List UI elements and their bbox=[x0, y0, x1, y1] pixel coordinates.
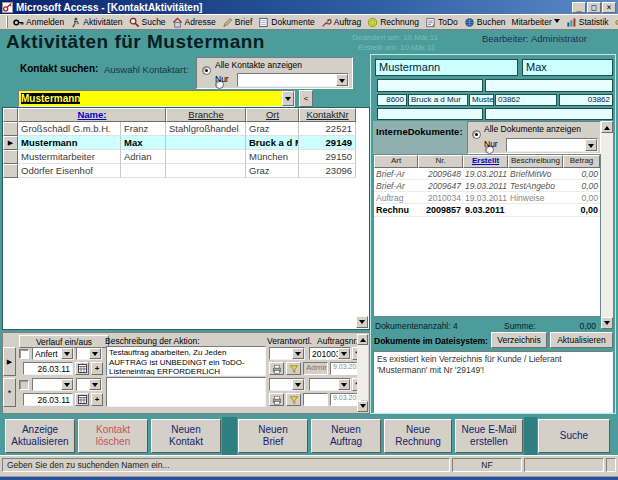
dokumentart-combo[interactable] bbox=[506, 138, 598, 152]
extra-field-1[interactable] bbox=[377, 79, 483, 92]
filter-button[interactable] bbox=[286, 362, 301, 375]
doc-col-art[interactable]: Art bbox=[374, 155, 418, 168]
print-button[interactable] bbox=[269, 393, 284, 406]
plz-field[interactable]: 8600 bbox=[377, 94, 407, 106]
doc-row[interactable]: Auftrag 2010034 19.03.2011 Hinweise 0,00 bbox=[374, 192, 600, 204]
chevron-down-icon[interactable] bbox=[338, 348, 350, 359]
strasse-field[interactable]: Musterst bbox=[469, 94, 494, 106]
beschreibung-field[interactable]: Testauftrag abarbeiten, Zu Jeden AUFTRAG… bbox=[106, 346, 266, 376]
title-bar[interactable]: Microsoft Access - [KontaktAktivitäten] … bbox=[0, 0, 618, 14]
chevron-down-icon[interactable] bbox=[292, 348, 304, 359]
chevron-down-icon[interactable] bbox=[336, 74, 348, 86]
verzeichnis-button[interactable]: Verzeichnis bbox=[491, 332, 547, 348]
toolbar-todo[interactable]: ToDo bbox=[423, 15, 462, 29]
auftragsnr-combo[interactable] bbox=[309, 378, 351, 391]
radio-alle-kontakte[interactable] bbox=[202, 66, 211, 75]
verlauf-scroll-up-button[interactable] bbox=[357, 334, 368, 345]
toolbar-brief[interactable]: Brief bbox=[220, 15, 256, 29]
collapse-search-button[interactable]: < bbox=[299, 90, 313, 107]
neuen-brief-button[interactable]: NeuenBrief bbox=[238, 419, 308, 453]
telefon-field[interactable]: 03862 bbox=[495, 94, 557, 106]
chevron-down-icon[interactable] bbox=[89, 379, 101, 390]
col-header-kontaktnr[interactable]: KontaktNr bbox=[299, 108, 356, 122]
new-record-icon[interactable]: * bbox=[3, 378, 16, 407]
verlauf-checkbox[interactable] bbox=[19, 349, 29, 359]
firstname-field[interactable]: Max bbox=[522, 59, 613, 76]
restore-button[interactable]: □ bbox=[587, 2, 601, 13]
docs-scroll-down-button[interactable] bbox=[601, 317, 613, 329]
contact-search-combo[interactable]: Mustermann bbox=[18, 90, 295, 107]
doc-col-beschreibung[interactable]: Beschreibung bbox=[508, 155, 563, 168]
doc-col-betrag[interactable]: Betrag bbox=[563, 155, 600, 168]
verantwortl-combo[interactable] bbox=[269, 378, 305, 391]
chevron-down-icon[interactable] bbox=[61, 348, 73, 359]
auftragsnr-combo[interactable]: 2010034 bbox=[309, 347, 351, 360]
radio-alle-dokumente[interactable] bbox=[472, 130, 481, 139]
row-selector[interactable] bbox=[3, 164, 18, 178]
kontakt-loeschen-button[interactable]: Kontaktlöschen bbox=[78, 419, 148, 453]
extra-field-2[interactable] bbox=[485, 79, 613, 92]
datum-field[interactable]: 26.03.11 bbox=[23, 393, 73, 406]
table-row[interactable]: Odörfer Eisenhof Graz 23096 bbox=[3, 164, 369, 178]
neuen-kontakt-button[interactable]: NeuenKontakt bbox=[151, 419, 221, 453]
toolbar-statistik[interactable]: Statistik bbox=[564, 15, 613, 29]
chevron-down-icon[interactable] bbox=[292, 379, 304, 390]
table-row[interactable]: Großschädl G.m.b.H. Franz Stahlgroßhande… bbox=[3, 122, 369, 136]
toolbar-drag-handle[interactable] bbox=[6, 16, 8, 28]
col-header-branche[interactable]: Branche bbox=[166, 108, 246, 122]
extra-field-4[interactable] bbox=[485, 108, 613, 120]
current-record-icon[interactable]: ▶ bbox=[3, 347, 16, 376]
print-button[interactable] bbox=[269, 362, 284, 375]
toolbar-adresse[interactable]: Adresse bbox=[170, 15, 220, 29]
row-selector[interactable] bbox=[3, 150, 18, 164]
lastname-field[interactable]: Mustermann bbox=[375, 59, 518, 76]
verantwortl-combo[interactable] bbox=[269, 347, 305, 360]
neue-rechnung-button[interactable]: NeueRechnung bbox=[384, 419, 452, 453]
verlauf-checkbox[interactable] bbox=[19, 380, 29, 390]
table-row-selected[interactable]: ▶ Mustermann Max Bruck a d M 29149 bbox=[3, 136, 369, 150]
add-date-button[interactable]: + bbox=[91, 362, 103, 375]
current-record-icon[interactable]: ▶ bbox=[3, 136, 18, 150]
filter-button[interactable] bbox=[286, 393, 301, 406]
resize-grip[interactable] bbox=[606, 458, 616, 472]
fax-field[interactable]: 03862 bbox=[559, 94, 613, 106]
col-header-ort[interactable]: Ort bbox=[246, 108, 299, 122]
row-selector[interactable] bbox=[3, 122, 18, 136]
minimize-button[interactable]: _ bbox=[572, 2, 586, 13]
aktionssub-combo[interactable] bbox=[76, 378, 102, 391]
toolbar-anmelden[interactable]: Anmelden bbox=[11, 15, 68, 29]
toolbar-dokumente[interactable]: Dokumente bbox=[256, 15, 318, 29]
toolbar-suche[interactable]: Suche bbox=[127, 15, 170, 29]
aktualisieren-button[interactable]: Aktualisieren bbox=[550, 332, 613, 348]
suche-button[interactable]: Suche bbox=[538, 419, 610, 453]
doc-row[interactable]: Brief-Ar 2009648 19.03.2011 BriefMitWo 0… bbox=[374, 168, 600, 180]
col-header-name[interactable]: Name: bbox=[18, 108, 166, 122]
datum-field[interactable]: 26.03.11 bbox=[23, 362, 73, 375]
aktionstyp-combo[interactable] bbox=[32, 378, 74, 391]
toolbar-buchen[interactable]: Buchen bbox=[462, 15, 510, 29]
doc-col-nr[interactable]: Nr. bbox=[418, 155, 463, 168]
calendar-button[interactable] bbox=[75, 362, 89, 375]
neue-email-button[interactable]: Neue E-Mailerstellen bbox=[455, 419, 523, 453]
anzeige-aktualisieren-button[interactable]: AnzeigeAktualisieren bbox=[5, 419, 75, 453]
add-date-button[interactable]: + bbox=[91, 393, 103, 406]
aktionstyp-combo[interactable]: Anfert bbox=[32, 347, 74, 360]
extra-field-3[interactable] bbox=[377, 108, 483, 120]
chevron-down-icon[interactable] bbox=[338, 379, 350, 390]
docs-scrollbar[interactable] bbox=[601, 133, 613, 317]
ort-field[interactable]: Bruck a d Mur bbox=[408, 94, 468, 106]
aktionssub-combo[interactable] bbox=[76, 347, 102, 360]
doc-row[interactable]: Brief-Ar 2009647 19.03.2011 TestAngebo 0… bbox=[374, 180, 600, 192]
chevron-down-icon[interactable] bbox=[89, 348, 101, 359]
close-button[interactable]: × bbox=[602, 2, 616, 13]
neuen-auftrag-button[interactable]: NeuenAuftrag bbox=[311, 419, 381, 453]
chevron-down-icon[interactable] bbox=[61, 379, 73, 390]
chevron-down-icon[interactable] bbox=[585, 139, 597, 151]
table-row[interactable]: Mustermitarbeiter Adrian München 29150 bbox=[3, 150, 369, 164]
docs-scroll-up-button[interactable] bbox=[601, 121, 613, 133]
kontaktart-combo[interactable] bbox=[237, 73, 349, 87]
verlauf-scroll-down-button[interactable] bbox=[357, 401, 368, 412]
beschreibung-field[interactable] bbox=[106, 377, 266, 407]
doc-row-selected[interactable]: Rechnu 2009857 9.03.2011 0,00 bbox=[374, 204, 600, 217]
calendar-button[interactable] bbox=[75, 393, 89, 406]
